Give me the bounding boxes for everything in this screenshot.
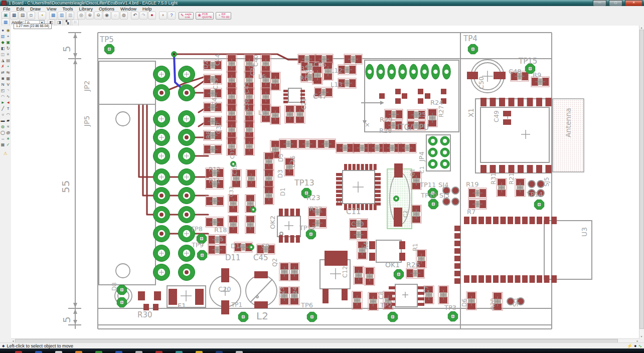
pcb-pad[interactable] <box>467 72 478 79</box>
zoom-select-button[interactable]: ◌ <box>111 12 119 20</box>
pin-pad[interactable] <box>499 165 505 173</box>
pin-pad[interactable] <box>283 97 288 100</box>
pcb-pad[interactable] <box>254 271 268 278</box>
component-label[interactable]: TP4 <box>463 34 477 43</box>
arc-tool[interactable]: ◠ <box>6 112 11 118</box>
via[interactable] <box>394 196 399 202</box>
pin-pad[interactable] <box>336 203 342 206</box>
smd-component[interactable] <box>227 55 237 73</box>
smd-component[interactable] <box>285 105 295 123</box>
paste-tool[interactable]: ▤ <box>6 58 11 64</box>
pin-pad[interactable] <box>544 217 550 224</box>
through-hole-pad[interactable] <box>153 85 170 101</box>
through-hole-pad[interactable] <box>179 169 195 186</box>
component-label[interactable]: R19 <box>466 181 479 188</box>
pin-pad[interactable] <box>518 98 524 106</box>
pin-pad[interactable] <box>515 275 521 283</box>
component-label[interactable]: TP13 <box>294 178 314 188</box>
split-tool[interactable]: ◠ <box>1 94 6 100</box>
pin-pad[interactable] <box>365 164 368 170</box>
component-label[interactable]: C38 <box>243 99 250 111</box>
through-hole-pad[interactable] <box>153 111 170 127</box>
pin-pad[interactable] <box>530 275 535 283</box>
pin-pad[interactable] <box>527 165 533 173</box>
component-label[interactable]: JP2 <box>83 81 91 92</box>
pin-pad[interactable] <box>501 275 506 283</box>
copy-tool[interactable]: ▣ <box>6 40 11 46</box>
pin-pad[interactable] <box>522 275 528 283</box>
pin-pad[interactable] <box>336 177 342 180</box>
pin-pad[interactable] <box>418 303 424 306</box>
pcb-pad[interactable] <box>143 304 149 310</box>
smd-component[interactable] <box>227 88 237 106</box>
smd-component[interactable] <box>227 104 237 122</box>
component-label[interactable]: ITG/MPU <box>397 123 429 132</box>
component-label[interactable]: D5 <box>277 153 284 162</box>
component-label[interactable]: R28 <box>379 127 392 134</box>
header-pad[interactable] <box>442 64 450 79</box>
taskbar-app-11[interactable] <box>236 351 243 353</box>
test-point-pad[interactable] <box>307 312 316 321</box>
smd-component[interactable] <box>411 205 421 223</box>
component-label[interactable]: R24 <box>430 99 443 106</box>
component-label[interactable]: C1 <box>419 166 425 173</box>
help-button[interactable]: ? <box>168 12 176 20</box>
pcb-pad[interactable] <box>325 251 348 266</box>
component-label[interactable]: R30 <box>137 310 152 319</box>
component-outline[interactable] <box>116 112 130 126</box>
component-label[interactable]: 5 <box>61 46 73 52</box>
layer-settings-button[interactable]: ▩ <box>49 12 57 20</box>
pin-pad[interactable] <box>369 164 372 170</box>
pcb-pad[interactable] <box>323 289 329 303</box>
test-point-pad[interactable] <box>197 250 207 260</box>
component-label[interactable]: C37 <box>215 122 222 134</box>
info-tool[interactable]: ● <box>1 28 6 34</box>
component-label[interactable]: C47 <box>313 92 327 100</box>
pin-pad[interactable] <box>518 165 524 173</box>
through-hole-pad[interactable] <box>179 188 195 204</box>
board-outline[interactable] <box>250 279 272 302</box>
pcb-pad[interactable] <box>503 111 511 116</box>
component-label[interactable]: R7 <box>467 208 475 216</box>
rotate-tool[interactable]: ↻ <box>6 46 11 52</box>
pin-pad[interactable] <box>454 248 460 254</box>
save-button[interactable]: ▦ <box>10 12 18 20</box>
pin-pad[interactable] <box>365 204 368 210</box>
pin-pad[interactable] <box>348 164 351 170</box>
component-label[interactable]: Q2 <box>271 258 278 267</box>
pin-pad[interactable] <box>290 209 294 216</box>
pcb-pad[interactable] <box>425 93 430 99</box>
component-label[interactable]: C43 <box>243 82 250 94</box>
through-hole-pad[interactable] <box>179 148 195 164</box>
pin-pad[interactable] <box>537 217 542 224</box>
component-label[interactable]: C11 <box>346 207 361 216</box>
pin-pad[interactable] <box>486 217 492 224</box>
taskbar-app-6[interactable] <box>135 351 142 353</box>
mirror-tool[interactable]: ◧ <box>1 46 6 52</box>
test-point-pad[interactable] <box>468 44 477 54</box>
via[interactable] <box>251 207 256 213</box>
redo-button[interactable]: ↷ <box>139 12 147 20</box>
test-point-pad[interactable] <box>534 200 544 209</box>
component-outline[interactable] <box>376 240 401 262</box>
component-label[interactable]: Antenna <box>564 108 572 137</box>
pin-pad[interactable] <box>336 190 342 193</box>
smd-component[interactable] <box>352 291 362 309</box>
pin-pad[interactable] <box>471 217 477 224</box>
smd-component[interactable] <box>279 263 289 281</box>
pcb-pad[interactable] <box>399 241 405 249</box>
smd-component[interactable] <box>398 143 416 153</box>
component-label[interactable]: C24 <box>292 287 298 298</box>
component-label[interactable]: C8 <box>378 291 385 299</box>
change-tool[interactable]: ≡ <box>6 52 11 58</box>
smd-component[interactable] <box>438 286 448 304</box>
value-tool[interactable]: V <box>6 82 11 88</box>
component-outline[interactable] <box>280 232 283 235</box>
through-hole-pad[interactable] <box>153 226 170 242</box>
component-label[interactable]: C32 <box>232 164 238 175</box>
smd-component[interactable] <box>466 292 476 310</box>
pin-pad[interactable] <box>499 98 505 106</box>
smd-component[interactable] <box>497 179 507 197</box>
menu-window[interactable]: Window <box>117 7 139 12</box>
component-label[interactable]: D2 <box>202 60 209 69</box>
